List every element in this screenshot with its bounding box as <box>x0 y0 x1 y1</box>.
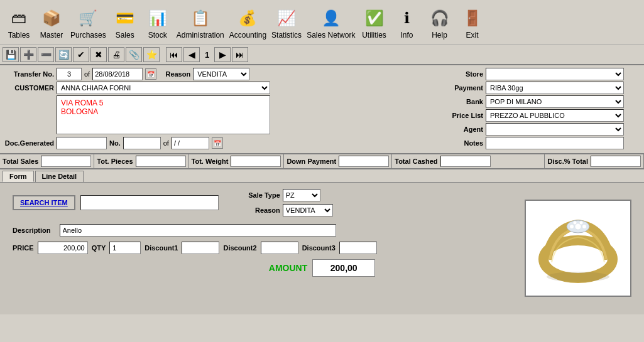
no-input[interactable] <box>123 137 161 149</box>
print-button[interactable]: 🖨 <box>108 47 124 62</box>
save-button[interactable]: 💾 <box>3 47 19 62</box>
sale-type-label: Sale Type <box>236 191 280 199</box>
sale-type-select[interactable]: PZ KG MT <box>283 189 320 201</box>
customer-label: CUSTOMER <box>4 84 54 92</box>
remove-button[interactable]: ➖ <box>38 47 54 62</box>
toolbar-statistics[interactable]: 📈 Statistics <box>269 4 304 41</box>
toolbar-administration-label: Administration <box>177 31 224 40</box>
doc-generated-input[interactable] <box>57 137 107 149</box>
tables-icon: 🗃 <box>6 6 31 31</box>
total-sales-item: Total Sales <box>0 154 94 168</box>
toolbar-master[interactable]: 📦 Master <box>35 4 68 41</box>
toolbar-help-label: Help <box>432 31 447 40</box>
store-label: Store <box>439 70 483 78</box>
price-list-select[interactable]: PREZZO AL PUBBLICO <box>486 109 624 122</box>
tot-pieces-item: Tot. Pieces <box>94 154 188 168</box>
bank-select[interactable]: POP DI MILANO <box>486 95 624 108</box>
add-button[interactable]: ➕ <box>20 47 36 62</box>
svg-point-4 <box>582 225 587 229</box>
toolbar-purchases[interactable]: 🛒 Purchases <box>68 4 109 41</box>
toolbar-administration[interactable]: 📋 Administration <box>174 4 227 41</box>
toolbar-accounting-label: Accounting <box>229 31 266 40</box>
reason-detail-select[interactable]: VENDITA RESO <box>283 204 333 216</box>
transfer-no-input[interactable] <box>57 68 82 80</box>
toolbar-sales[interactable]: 💳 Sales <box>109 4 141 41</box>
qty-input[interactable] <box>109 242 141 254</box>
toolbar-exit[interactable]: 🚪 Exit <box>456 4 489 41</box>
toolbar-info[interactable]: ℹ Info <box>391 4 423 41</box>
nav-first-button[interactable]: ⏮ <box>166 47 182 62</box>
toolbar-help[interactable]: 🎧 Help <box>423 4 456 41</box>
refresh-button[interactable]: 🔄 <box>55 47 72 62</box>
nav-last-button[interactable]: ⏭ <box>232 47 248 62</box>
discount2-input[interactable] <box>261 242 298 254</box>
description-input[interactable] <box>60 224 336 237</box>
tabs: Form Line Detail <box>0 169 644 183</box>
payment-row: Payment RIBA 30gg <box>439 82 640 94</box>
total-sales-label: Total Sales <box>3 158 38 165</box>
discount1-input[interactable] <box>182 242 219 254</box>
reason-select[interactable]: VENDITA RESO <box>193 68 249 80</box>
address-line2: BOLOGNA <box>61 107 266 116</box>
address-box: VIA ROMA 5 BOLOGNA <box>57 95 270 134</box>
of2-label: of <box>163 139 169 147</box>
doc-calendar-button[interactable]: 📅 <box>212 137 223 149</box>
address-row: VIA ROMA 5 BOLOGNA <box>57 95 435 134</box>
discount1-label: Discount1 <box>145 244 178 252</box>
toolbar-sales-network[interactable]: 👤 Sales Network <box>304 4 357 41</box>
payment-select[interactable]: RIBA 30gg <box>486 82 624 94</box>
doc-generated-row: Doc.Generated No. of 📅 <box>4 137 435 149</box>
nav-next-button[interactable]: ▶ <box>214 47 231 62</box>
tot-weight-value[interactable] <box>231 156 281 167</box>
toolbar-master-label: Master <box>40 31 63 40</box>
store-select[interactable] <box>486 68 624 80</box>
search-item-button[interactable]: SEARCH ITEM <box>13 195 75 210</box>
favorite-button[interactable]: ⭐ <box>143 47 160 62</box>
customer-select[interactable]: ANNA CHIARA FORNI <box>57 82 270 94</box>
doc-generated-label: Doc.Generated <box>4 139 54 147</box>
total-sales-value[interactable] <box>41 156 91 167</box>
toolbar-tables[interactable]: 🗃 Tables <box>3 4 35 41</box>
toolbar-stock-label: Stock <box>148 31 167 40</box>
purchases-icon: 🛒 <box>75 6 101 31</box>
utilities-icon: ✅ <box>362 6 387 31</box>
toolbar-purchases-label: Purchases <box>70 31 106 40</box>
date-input[interactable] <box>92 68 143 80</box>
search-item-input[interactable] <box>80 195 219 210</box>
toolbar-stock[interactable]: 📊 Stock <box>141 4 174 41</box>
tot-pieces-value[interactable] <box>136 156 186 167</box>
calendar-button[interactable]: 📅 <box>145 68 156 80</box>
qty-label: QTY <box>92 244 106 252</box>
discount3-input[interactable] <box>339 242 377 254</box>
tot-pieces-label: Tot. Pieces <box>97 158 133 165</box>
amount-label: AMOUNT <box>269 263 307 273</box>
reason-detail-label: Reason <box>236 206 280 214</box>
disc-total-value[interactable] <box>591 156 641 167</box>
agent-select[interactable] <box>486 123 624 136</box>
price-label: PRICE <box>13 244 34 252</box>
total-cashed-value[interactable] <box>440 156 491 167</box>
address-line1: VIA ROMA 5 <box>61 99 266 107</box>
notes-input[interactable] <box>486 137 624 149</box>
confirm-button[interactable]: ✔ <box>73 47 89 62</box>
accounting-icon: 💰 <box>235 6 260 31</box>
toolbar-utilities[interactable]: ✅ Utilities <box>358 4 391 41</box>
amount-value[interactable] <box>312 259 375 277</box>
cancel-button[interactable]: ✖ <box>90 47 107 62</box>
down-payment-value[interactable] <box>339 156 389 167</box>
doc-date-input[interactable] <box>172 137 209 149</box>
tab-form[interactable]: Form <box>3 171 34 182</box>
attach-button[interactable]: 📎 <box>126 47 142 62</box>
svg-point-6 <box>579 221 583 225</box>
price-input[interactable] <box>38 242 88 254</box>
sale-type-area: Sale Type PZ KG MT Reason VENDITA R <box>236 189 333 216</box>
nav-prev-button[interactable]: ◀ <box>183 47 200 62</box>
agent-label: Agent <box>439 126 483 133</box>
svg-point-5 <box>573 221 577 225</box>
svg-point-3 <box>570 225 574 229</box>
nav-page-number: 1 <box>201 50 213 60</box>
toolbar-accounting[interactable]: 💰 Accounting <box>227 4 269 41</box>
tab-line-detail[interactable]: Line Detail <box>35 171 84 182</box>
sale-type-row: Sale Type PZ KG MT <box>236 189 333 201</box>
help-icon: 🎧 <box>427 6 452 31</box>
